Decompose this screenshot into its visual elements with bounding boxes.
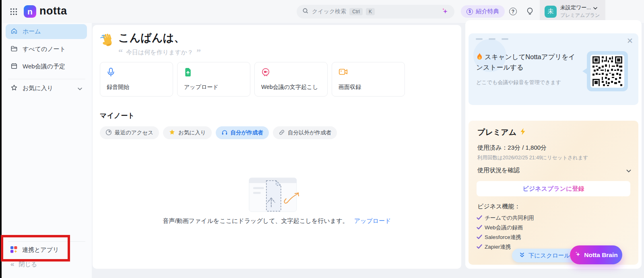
app-launcher-icon[interactable] xyxy=(10,8,17,15)
collapse-label: 閉じる xyxy=(19,261,37,268)
decorative-dash xyxy=(476,38,483,40)
check-icon xyxy=(477,235,482,241)
search-placeholder: クイック検索 xyxy=(312,8,346,15)
premium-title: プレミアム xyxy=(477,127,526,138)
feature-label: チームでの共同利用 xyxy=(485,214,534,222)
notta-app: n notta クイック検索 Ctrl K $ 紹 xyxy=(0,0,644,278)
decorative-dash xyxy=(502,38,508,40)
note-filters: 最近のアクセス お気に入り 自分が作成者 xyxy=(100,126,337,139)
ai-sparkle-icon[interactable] xyxy=(441,7,449,16)
sidebar-item-label: Web会議の予定 xyxy=(23,63,65,70)
top-bar: n notta クイック検索 Ctrl K $ 紹 xyxy=(2,0,644,23)
decorative-dash xyxy=(489,38,495,40)
meeting-bot-icon xyxy=(261,68,270,78)
filter-label: 最近のアクセス xyxy=(115,129,153,136)
fire-icon xyxy=(476,53,483,60)
feature-item: Web会議の録画 xyxy=(477,223,534,233)
upgrade-business-button[interactable]: ビジネスプランに登録 xyxy=(477,181,630,196)
feature-item: Salesforce連携 xyxy=(477,233,534,242)
workspace-menu[interactable]: 未 未設定ワー... プレミアムプラン xyxy=(540,0,605,23)
workspace-name: 未設定ワー... xyxy=(560,4,591,11)
sidebar-item-label: すべてのノート xyxy=(23,45,66,53)
my-notes-title: マイノート xyxy=(100,111,135,120)
microphone-icon xyxy=(107,68,115,78)
feature-label: Zapier連携 xyxy=(485,243,511,251)
business-features-list: チームでの共同利用 Web会議の録画 Salesforce連携 xyxy=(477,213,534,252)
open-quote-icon: “ xyxy=(118,47,123,58)
qr-card-title: スキャンしてNottaアプリをインストールする xyxy=(476,52,577,72)
search-icon xyxy=(302,8,309,16)
brain-label: Notta Brain xyxy=(584,251,618,259)
premium-card: プレミアム 使用済み：23分 / 1,800分 利用回数は2026/02/25 … xyxy=(469,121,638,265)
sidebar-item-meetings[interactable]: Web会議の予定 xyxy=(6,59,87,74)
screen-record-icon xyxy=(339,68,348,77)
file-upload-icon xyxy=(184,68,192,78)
filter-recent[interactable]: 最近のアクセス xyxy=(100,126,159,139)
sidebar-collapse-button[interactable]: « 閉じる xyxy=(10,260,37,268)
close-icon[interactable]: ✕ xyxy=(627,36,633,45)
apps-grid-icon xyxy=(10,246,17,254)
key-ctrl: Ctrl xyxy=(349,8,363,15)
chevron-down-icon xyxy=(593,5,597,11)
greeting-title: こんばんは、 xyxy=(118,31,185,45)
avatar-initial: 未 xyxy=(548,8,554,15)
folder-icon xyxy=(10,45,18,54)
usage-label: 使用済み：23分 / 1,800分 xyxy=(477,144,547,152)
check-icon xyxy=(477,225,482,231)
headphones-icon xyxy=(221,129,228,137)
sidebar-item-home[interactable]: ホーム xyxy=(6,24,87,39)
meeting-transcribe-button[interactable]: Web会議の文字起こし xyxy=(254,62,328,97)
usage-status-label: 使用状況を確認 xyxy=(477,167,520,174)
home-icon xyxy=(10,27,18,36)
star-filled-icon xyxy=(169,129,175,137)
qr-title-text: スキャンしてNottaアプリをインストールする xyxy=(476,53,575,71)
screen-record-button[interactable]: 画面収録 xyxy=(332,62,405,97)
check-icon xyxy=(477,244,482,250)
double-chevron-left-icon: « xyxy=(10,260,14,268)
referral-label: 紹介特典 xyxy=(476,8,499,15)
double-chevron-down-icon xyxy=(519,252,525,259)
feature-item: チームでの共同利用 xyxy=(477,213,534,223)
filter-created-by-me[interactable]: 自分が作成者 xyxy=(216,126,269,139)
calendar-icon xyxy=(10,62,18,71)
sidebar-item-label: 連携とアプリ xyxy=(22,246,59,254)
search-input[interactable]: クイック検索 Ctrl K xyxy=(297,5,454,19)
premium-title-text: プレミアム xyxy=(477,127,516,138)
record-start-button[interactable]: 録音開始 xyxy=(100,62,173,97)
brand-wordmark: notta xyxy=(39,5,67,17)
chevron-down-icon xyxy=(78,85,82,92)
chevron-down-icon xyxy=(626,167,631,174)
link-icon xyxy=(279,129,285,137)
referral-button[interactable]: $ 紹介特典 xyxy=(461,5,505,18)
scroll-down-button[interactable]: 下にスクロール xyxy=(512,249,577,262)
upload-link[interactable]: アップロード xyxy=(354,217,391,224)
filter-created-by-others[interactable]: 自分以外が作成者 xyxy=(273,126,337,139)
sidebar: ホーム すべてのノート Web会議の予定 xyxy=(2,23,92,278)
sidebar-item-all-notes[interactable]: すべてのノート xyxy=(6,42,87,57)
filter-label: 自分以外が作成者 xyxy=(288,129,331,136)
filter-favorites[interactable]: お気に入り xyxy=(163,126,211,139)
filter-label: お気に入り xyxy=(178,129,206,136)
sidebar-item-integrations[interactable]: 連携とアプリ xyxy=(6,243,87,257)
plan-label: プレミアムプラン xyxy=(560,12,600,19)
action-label: 録音開始 xyxy=(107,84,129,91)
notta-brain-button[interactable]: Notta Brain xyxy=(570,245,622,264)
qr-promo-card: ✕ スキャンしてNottaアプリをインストールする どこでも会議や録音を管理でき… xyxy=(469,33,638,105)
sidebar-item-label: ホーム xyxy=(23,28,41,35)
qr-code xyxy=(587,51,628,91)
empty-state-illustration xyxy=(244,174,308,217)
clock-icon xyxy=(105,129,112,137)
close-quote-icon: ” xyxy=(196,47,201,58)
lightning-icon xyxy=(520,128,526,137)
check-icon xyxy=(477,215,482,221)
help-icon[interactable]: ? xyxy=(509,8,517,15)
usage-status-toggle[interactable]: 使用状況を確認 xyxy=(477,167,631,174)
sidebar-item-favorites[interactable]: お気に入り xyxy=(6,81,87,96)
whats-new-icon[interactable] xyxy=(526,7,534,17)
drag-drop-hint: 音声/動画ファイルをここにドラッグして、文字起こしを行います。 xyxy=(163,217,348,224)
sidebar-divider xyxy=(8,241,85,242)
upload-button[interactable]: アップロード xyxy=(177,62,250,97)
wave-hand-icon xyxy=(99,32,118,52)
qr-card-subtitle: どこでも会議や録音を管理できます xyxy=(476,79,561,86)
feature-label: Salesforce連携 xyxy=(485,234,521,241)
